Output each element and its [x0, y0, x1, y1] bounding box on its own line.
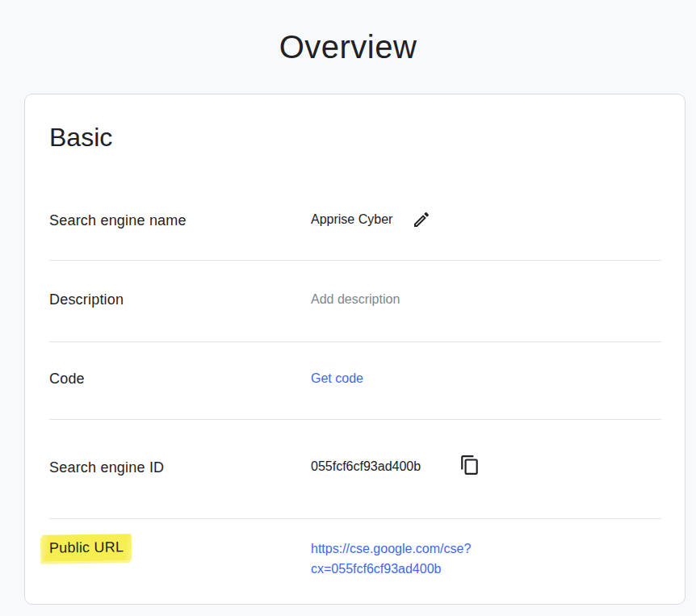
basic-card: Basic Search engine name Apprise Cyber D…: [24, 94, 686, 605]
description-label: Description: [49, 291, 311, 308]
row-code: Code Get code: [49, 342, 661, 420]
search-engine-name-value-group: Apprise Cyber: [311, 210, 431, 229]
search-engine-name-label: Search engine name: [49, 212, 311, 229]
get-code-link[interactable]: Get code: [311, 370, 363, 388]
copy-id-button[interactable]: [459, 455, 480, 476]
content-copy-icon: [459, 455, 480, 476]
row-search-engine-id: Search engine ID 055fcf6cf93ad400b: [49, 420, 661, 519]
search-engine-id-label: Search engine ID: [49, 459, 311, 476]
edit-pencil-icon: [412, 210, 431, 229]
row-description: Description Add description: [49, 261, 661, 342]
search-engine-id-value: 055fcf6cf93ad400b: [311, 458, 421, 476]
public-url-link[interactable]: https://cse.google.com/cse? cx=055fcf6cf…: [311, 538, 471, 579]
row-search-engine-name: Search engine name Apprise Cyber: [49, 153, 661, 261]
public-url-line2: cx=055fcf6cf93ad400b: [311, 559, 471, 579]
public-url-label: Public URL: [49, 538, 311, 556]
description-placeholder[interactable]: Add description: [311, 291, 400, 308]
edit-name-button[interactable]: [412, 210, 431, 229]
page-title: Overview: [0, 0, 696, 66]
yellow-highlight-annotation: Public URL: [42, 534, 132, 562]
search-engine-id-value-group: 055fcf6cf93ad400b: [311, 457, 480, 476]
public-url-line1: https://cse.google.com/cse?: [311, 538, 471, 559]
row-public-url: Public URL https://cse.google.com/cse? c…: [49, 519, 661, 579]
search-engine-name-value: Apprise Cyber: [311, 211, 392, 228]
code-label: Code: [49, 370, 311, 388]
card-heading: Basic: [49, 121, 661, 153]
